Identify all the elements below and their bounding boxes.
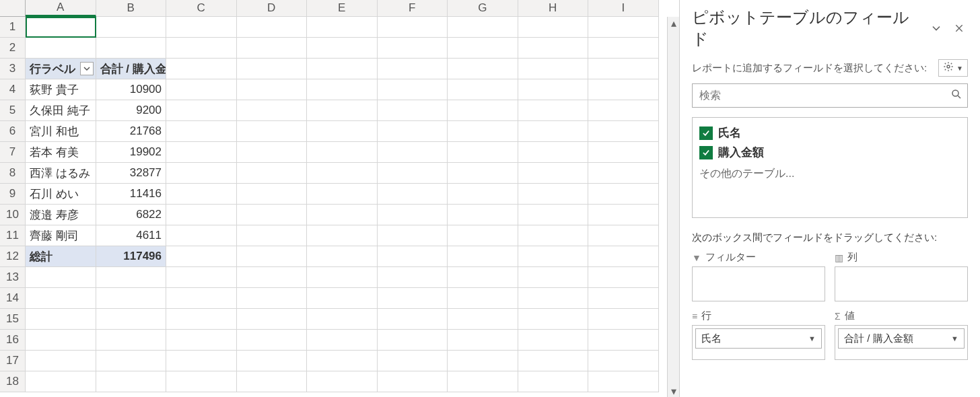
column-header[interactable]: C [166, 0, 237, 17]
cell[interactable]: 宮川 和也 [26, 121, 96, 142]
cell[interactable] [378, 121, 448, 142]
cell[interactable] [307, 330, 378, 351]
spreadsheet-grid[interactable]: ABCDEFGHI123行ラベル合計 / 購入金額4荻野 貴子109005久保田… [0, 0, 679, 392]
values-dropzone[interactable]: 合計 / 購入金額▼ [835, 325, 968, 360]
column-header[interactable]: I [588, 0, 659, 17]
cell[interactable] [448, 205, 518, 225]
cell[interactable] [378, 59, 448, 79]
cell[interactable] [166, 121, 237, 142]
cell[interactable]: 久保田 純子 [26, 100, 96, 121]
row-header[interactable]: 1 [0, 17, 26, 38]
cell[interactable] [518, 267, 589, 288]
cell[interactable] [378, 225, 448, 246]
filter-dropzone[interactable] [692, 266, 825, 301]
cell[interactable] [26, 38, 96, 59]
cell[interactable] [166, 100, 237, 121]
scroll-down-button[interactable]: ▾ [668, 385, 679, 397]
cell[interactable] [166, 351, 237, 371]
cell[interactable] [237, 246, 308, 267]
field-list[interactable]: 氏名購入金額その他のテーブル... [692, 117, 968, 218]
cell[interactable] [518, 371, 589, 392]
cell[interactable] [237, 351, 308, 371]
cell[interactable] [166, 163, 237, 184]
cell[interactable] [307, 288, 378, 309]
cell[interactable]: 荻野 貴子 [26, 79, 96, 100]
row-label-filter-button[interactable] [80, 62, 94, 75]
cell[interactable] [518, 246, 589, 267]
cell[interactable]: 石川 めい [26, 184, 96, 205]
collapse-icon[interactable] [928, 20, 945, 37]
cell[interactable] [588, 79, 659, 100]
cell[interactable] [518, 225, 589, 246]
cell[interactable] [518, 142, 589, 163]
row-header[interactable]: 7 [0, 142, 26, 163]
cell[interactable] [166, 142, 237, 163]
cell[interactable]: 32877 [96, 163, 167, 184]
cell[interactable]: 4611 [96, 225, 167, 246]
cell[interactable] [448, 246, 518, 267]
cell[interactable] [588, 309, 659, 330]
cell[interactable] [378, 267, 448, 288]
search-icon[interactable] [950, 88, 963, 103]
cell[interactable] [96, 351, 167, 371]
cell[interactable] [237, 38, 308, 59]
cell[interactable] [448, 163, 518, 184]
cell[interactable] [518, 59, 589, 79]
rows-dropzone[interactable]: 氏名▼ [692, 325, 825, 360]
cell[interactable] [307, 163, 378, 184]
cell[interactable] [166, 38, 237, 59]
cell[interactable] [588, 371, 659, 392]
cell[interactable]: 6822 [96, 205, 167, 225]
cell[interactable] [378, 163, 448, 184]
cell[interactable] [166, 225, 237, 246]
cell[interactable] [378, 17, 448, 38]
cell[interactable]: 齊藤 剛司 [26, 225, 96, 246]
cell[interactable] [26, 17, 96, 38]
cell[interactable] [448, 184, 518, 205]
cell[interactable] [378, 371, 448, 392]
cell[interactable] [307, 205, 378, 225]
cell[interactable] [307, 121, 378, 142]
cell[interactable] [237, 163, 308, 184]
cell[interactable] [518, 205, 589, 225]
cell[interactable] [166, 205, 237, 225]
cell[interactable]: 若本 有美 [26, 142, 96, 163]
column-header[interactable]: D [237, 0, 308, 17]
row-header[interactable]: 11 [0, 225, 26, 246]
cell[interactable] [448, 38, 518, 59]
cell[interactable] [448, 330, 518, 351]
row-header[interactable]: 18 [0, 371, 26, 392]
cell[interactable] [96, 17, 167, 38]
cell[interactable] [26, 351, 96, 371]
cell[interactable] [26, 371, 96, 392]
cell[interactable] [448, 371, 518, 392]
settings-button[interactable]: ▼ [938, 59, 968, 77]
cell[interactable] [237, 184, 308, 205]
row-header[interactable]: 8 [0, 163, 26, 184]
row-header[interactable]: 12 [0, 246, 26, 267]
cell[interactable] [96, 330, 167, 351]
cell[interactable] [378, 38, 448, 59]
row-header[interactable]: 4 [0, 79, 26, 100]
cell[interactable]: 21768 [96, 121, 167, 142]
cell[interactable] [448, 59, 518, 79]
cell[interactable] [378, 309, 448, 330]
row-header[interactable]: 5 [0, 100, 26, 121]
cell[interactable] [448, 351, 518, 371]
cell[interactable] [518, 121, 589, 142]
cell[interactable] [378, 100, 448, 121]
row-header[interactable]: 17 [0, 351, 26, 371]
column-header[interactable]: H [518, 0, 589, 17]
row-header[interactable]: 14 [0, 288, 26, 309]
column-header[interactable]: F [378, 0, 448, 17]
cell[interactable]: 渡邉 寿彦 [26, 205, 96, 225]
cell[interactable] [307, 225, 378, 246]
cell[interactable] [307, 79, 378, 100]
cell[interactable] [96, 371, 167, 392]
cell[interactable] [378, 79, 448, 100]
cell[interactable] [588, 121, 659, 142]
cell[interactable] [448, 267, 518, 288]
column-header[interactable]: E [307, 0, 378, 17]
cell[interactable]: 11416 [96, 184, 167, 205]
cell[interactable] [96, 309, 167, 330]
